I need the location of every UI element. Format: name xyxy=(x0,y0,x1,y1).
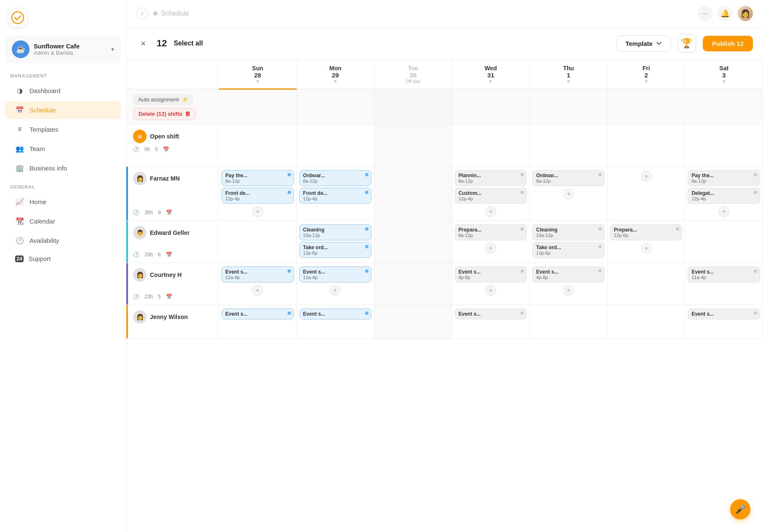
shift-block[interactable]: Event s... 4p-8p xyxy=(455,266,527,282)
shift-block[interactable]: Event s... 11a-4p xyxy=(221,266,294,282)
open-shift-thu[interactable] xyxy=(530,125,608,167)
availability-icon: 🕐 xyxy=(15,236,24,245)
edward-sun[interactable] xyxy=(219,221,297,263)
shift-block[interactable]: Custom... 12p-4p xyxy=(455,188,527,204)
jenny-wed[interactable]: Event s... xyxy=(452,305,530,339)
floating-mic-button[interactable]: 🎤 xyxy=(730,499,750,519)
shift-block[interactable]: Event s... xyxy=(299,309,372,319)
shift-block[interactable]: Onboar... 8a-12p xyxy=(532,170,605,186)
shift-block[interactable]: Event s... 4p-8p xyxy=(532,266,605,282)
open-shift-mon[interactable] xyxy=(297,125,375,167)
shift-block[interactable]: Prepara... 8a-12p xyxy=(455,224,527,240)
shift-block[interactable]: Front de... 12p-4p xyxy=(299,188,372,204)
farnaz-sat[interactable]: Pay the... 8a-12p Delegat... 12p-4p + xyxy=(685,167,763,221)
courtney-mon[interactable]: Event s... 11a-4p + xyxy=(297,263,375,305)
edward-mon[interactable]: Cleaning 10a-12p Take ord... 12p-6p xyxy=(297,221,375,263)
add-shift-button[interactable]: + xyxy=(563,189,574,200)
template-button[interactable]: Template xyxy=(616,35,671,52)
sidebar-item-calendar[interactable]: 📆 Calendar xyxy=(5,212,121,230)
auto-assignment-button[interactable]: Auto assignment ⚡ xyxy=(133,94,193,105)
sidebar-item-dashboard[interactable]: ◑ Dashboard xyxy=(5,82,121,99)
open-shift-sun[interactable] xyxy=(219,125,297,167)
courtney-fri[interactable] xyxy=(608,263,686,305)
shift-block[interactable]: Pay the... 8a-12p xyxy=(221,170,294,186)
notifications-button[interactable]: 🔔 xyxy=(718,6,733,21)
open-shift-sat[interactable] xyxy=(685,125,763,167)
shift-block[interactable]: Plannin... 8a-12p xyxy=(455,170,527,186)
shift-block[interactable]: Cleaning 10a-12p xyxy=(532,224,605,240)
add-shift-button[interactable]: + xyxy=(485,285,496,296)
edward-thu[interactable]: Cleaning 10a-12p Take ord... 12p-6p xyxy=(530,221,608,263)
jenny-mon[interactable]: Event s... xyxy=(297,305,375,339)
open-shift-tue[interactable] xyxy=(374,125,452,167)
jenny-sat[interactable]: Event s... xyxy=(685,305,763,339)
shift-block[interactable]: Pay the... 8a-12p xyxy=(688,170,760,186)
farnaz-thu[interactable]: Onboar... 8a-12p + xyxy=(530,167,608,221)
courtney-sun[interactable]: Event s... 11a-4p + xyxy=(219,263,297,305)
farnaz-fri[interactable]: + xyxy=(608,167,686,221)
publish-button[interactable]: Publish 12 xyxy=(703,36,753,51)
shift-block[interactable]: Event s... 11a-4p xyxy=(299,266,372,282)
edward-wed[interactable]: Prepara... 8a-12p + xyxy=(452,221,530,263)
courtney-thu[interactable]: Event s... 4p-8p + xyxy=(530,263,608,305)
shift-block[interactable]: Cleaning 10a-12p xyxy=(299,224,372,240)
add-shift-button[interactable]: + xyxy=(485,206,496,217)
sidebar-item-templates[interactable]: ≡ Templates xyxy=(5,120,121,138)
close-selection-button[interactable]: × xyxy=(136,37,150,50)
farnaz-tue[interactable] xyxy=(374,167,452,221)
shift-block[interactable]: Delegat... 12p-4p xyxy=(688,188,760,204)
add-shift-button[interactable]: + xyxy=(485,243,496,254)
header-cell-sat: Sat 3 xyxy=(685,60,763,90)
shift-block[interactable]: Event s... 11a-4p xyxy=(688,266,760,282)
edward-fri[interactable]: Prepara... 12p-6p + xyxy=(608,221,686,263)
chat-button[interactable]: ··· xyxy=(697,6,712,21)
add-shift-button[interactable]: + xyxy=(563,285,574,296)
courtney-wed[interactable]: Event s... 4p-8p + xyxy=(452,263,530,305)
shift-time: 12p-6p xyxy=(536,250,601,255)
sidebar-item-support[interactable]: 24 Support xyxy=(5,251,121,266)
add-shift-button[interactable]: + xyxy=(252,206,263,217)
farnaz-sun[interactable]: Pay the... 8a-12p Front de... 12p-4p + xyxy=(219,167,297,221)
courtney-sat[interactable]: Event s... 11a-4p xyxy=(685,263,763,305)
farnaz-wed[interactable]: Plannin... 8a-12p Custom... 12p-4p + xyxy=(452,167,530,221)
shift-time: 12p-4p xyxy=(691,196,756,201)
farnaz-mon[interactable]: Onboar... 8a-12p Front de... 12p-4p xyxy=(297,167,375,221)
add-shift-button[interactable]: + xyxy=(718,206,729,217)
trophy-button[interactable]: 🏆 xyxy=(678,34,696,53)
edward-sat[interactable] xyxy=(685,221,763,263)
shift-block[interactable]: Prepara... 12p-6p xyxy=(610,224,683,240)
sidebar-item-team[interactable]: 👥 Team xyxy=(5,140,121,157)
employee-header-farnaz: 👩 Farnaz MN xyxy=(133,172,212,185)
jenny-tue[interactable] xyxy=(374,305,452,339)
jenny-thu[interactable] xyxy=(530,305,608,339)
shift-block[interactable]: Event s... xyxy=(221,309,294,319)
jenny-sun[interactable]: Event s... xyxy=(219,305,297,339)
add-shift-button[interactable]: + xyxy=(641,171,652,182)
add-shift-button[interactable]: + xyxy=(330,285,341,296)
open-shift-wed[interactable] xyxy=(452,125,530,167)
shift-block[interactable]: Event s... xyxy=(688,309,760,319)
edward-tue[interactable] xyxy=(374,221,452,263)
schedule-container[interactable]: Sun 28 Mon 29 Tue 30 Off day Wed 31 Thu xyxy=(126,60,763,532)
farnaz-shifts: 9 xyxy=(158,210,161,215)
jenny-fri[interactable] xyxy=(608,305,686,339)
add-shift-button[interactable]: + xyxy=(641,243,652,254)
user-avatar[interactable]: 👩 xyxy=(738,6,753,21)
select-all-button[interactable]: Select all xyxy=(173,40,203,47)
courtney-tue[interactable] xyxy=(374,263,452,305)
workspace-selector[interactable]: ☕ Sunflower Cafe Admin & Barista ▾ xyxy=(5,35,121,63)
sidebar-collapse-button[interactable]: ‹ xyxy=(136,8,148,19)
shift-block[interactable]: Front de... 12p-4p xyxy=(221,188,294,204)
sidebar-item-availability[interactable]: 🕐 Availability xyxy=(5,231,121,249)
sidebar-item-schedule[interactable]: 📅 Schedule xyxy=(5,101,121,119)
open-shift-fri[interactable] xyxy=(608,125,686,167)
shift-block[interactable]: Event s... xyxy=(455,309,527,319)
shift-block[interactable]: Take ord... 12p-6p xyxy=(299,242,372,258)
delete-shifts-button[interactable]: Delete (12) shifts 🗑 xyxy=(133,108,196,120)
shift-block[interactable]: Onboar... 8a-12p xyxy=(299,170,372,186)
shift-block[interactable]: Take ord... 12p-6p xyxy=(532,242,605,258)
sidebar-item-home[interactable]: 📈 Home xyxy=(5,193,121,210)
day-name-sat: Sat xyxy=(688,65,759,72)
add-shift-button[interactable]: + xyxy=(252,285,263,296)
sidebar-item-business[interactable]: 🏢 Business info xyxy=(5,159,121,177)
